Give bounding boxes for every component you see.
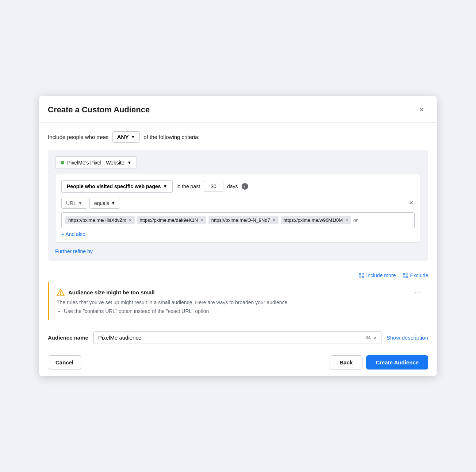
warning-title: Audience size might be too small (68, 289, 155, 295)
and-also-label: + And also (61, 231, 85, 237)
criteria-prefix: Include people who meet (48, 134, 109, 140)
modal-body: Include people who meet ANY ▼ of the fol… (39, 123, 437, 282)
any-label: ANY (117, 134, 129, 140)
and-also-button[interactable]: + And also (61, 228, 85, 239)
svg-rect-2 (359, 276, 361, 278)
name-clear-button[interactable]: × (372, 333, 378, 342)
days-input[interactable] (204, 181, 223, 192)
audience-warning: ! Audience size might be too small ··· T… (48, 282, 428, 320)
cancel-button[interactable]: Cancel (48, 355, 81, 370)
in-past-label: in the past (176, 183, 200, 189)
rule-top-row: People who visited specific web pages ▼ … (61, 180, 415, 193)
further-refine-button[interactable]: Further refine by (55, 247, 93, 256)
include-exclude-row: Include more Exclude (48, 267, 428, 282)
days-label: days (227, 183, 238, 189)
chevron-down-icon: ▼ (163, 184, 168, 189)
further-refine-label: Further refine by (55, 248, 93, 254)
exclude-button[interactable]: Exclude (402, 272, 428, 279)
url-tag-remove-icon[interactable]: × (129, 217, 132, 223)
criteria-row: Include people who meet ANY ▼ of the fol… (48, 131, 428, 143)
char-count: 34 (364, 335, 372, 340)
visit-type-label: People who visited specific web pages (67, 183, 161, 189)
include-more-button[interactable]: Include more (358, 272, 396, 279)
warning-more-button[interactable]: ··· (415, 288, 421, 297)
modal-footer: Cancel Back Create Audience (39, 350, 437, 376)
footer-right: Back Create Audience (330, 355, 428, 370)
create-custom-audience-modal: Create a Custom Audience × Include peopl… (39, 96, 437, 376)
remove-filter-button[interactable]: × (408, 198, 415, 208)
url-filter-row: URL ▼ equals ▼ × (61, 198, 415, 209)
warning-header: ! Audience size might be too small ··· (57, 288, 421, 297)
pixel-dropdown[interactable]: PixelMe's Pixel - Website ▼ (55, 156, 137, 169)
modal-title: Create a Custom Audience (48, 105, 150, 115)
url-tag: https://pxlme.me/HlsXdvZm × (65, 216, 135, 224)
pixel-label: PixelMe's Pixel - Website (67, 160, 124, 166)
modal-header: Create a Custom Audience × (39, 96, 437, 123)
create-audience-button[interactable]: Create Audience (366, 355, 428, 370)
close-icon: × (419, 105, 424, 115)
url-tag: https://pxlme.me/w96M1f0M × (281, 216, 351, 224)
include-icon (358, 272, 364, 279)
warning-bullet: Use the "contains URL" option instead of… (64, 308, 421, 314)
url-filter-type-label: URL (66, 200, 76, 206)
name-input-wrap: 34 × (93, 331, 381, 344)
url-tag-remove-icon[interactable]: × (345, 217, 348, 223)
equals-dropdown[interactable]: equals ▼ (89, 198, 120, 209)
audience-name-label: Audience name (48, 334, 88, 341)
exclude-label: Exclude (410, 272, 428, 278)
chevron-down-icon: ▼ (127, 160, 131, 165)
equals-label: equals (94, 200, 109, 206)
url-tag-value: https://pxlme.me/w96M1f0M (284, 217, 343, 223)
close-button[interactable]: × (415, 103, 428, 116)
source-section: PixelMe's Pixel - Website ▼ People who v… (48, 150, 428, 261)
back-button[interactable]: Back (330, 355, 362, 370)
url-tag-remove-icon[interactable]: × (200, 217, 203, 223)
url-filter-type-dropdown[interactable]: URL ▼ (61, 198, 87, 209)
url-tags-box[interactable]: https://pxlme.me/HlsXdvZm × https://pxlm… (61, 212, 415, 228)
chevron-down-icon: ▼ (78, 201, 82, 206)
chevron-down-icon: ▼ (111, 201, 115, 206)
visit-type-dropdown[interactable]: People who visited specific web pages ▼ (61, 180, 173, 193)
warning-description: The rules that you've set up might resul… (57, 299, 421, 305)
svg-rect-5 (406, 273, 408, 275)
or-label: or (353, 217, 358, 223)
url-tag: https://pxlme.me/dak9eK1N × (137, 216, 206, 224)
svg-rect-4 (403, 273, 405, 275)
url-tag-value: https://pxlme.me/dak9eK1N (140, 217, 198, 223)
url-tag-remove-icon[interactable]: × (273, 217, 276, 223)
warning-list: Use the "contains URL" option instead of… (57, 308, 421, 314)
svg-rect-3 (362, 276, 364, 278)
audience-name-input[interactable] (97, 332, 364, 344)
url-tag-value: https://pxlme.me/O-N_9Nd7 (211, 217, 270, 223)
exclude-icon (402, 272, 408, 279)
rule-box: People who visited specific web pages ▼ … (55, 174, 421, 243)
audience-name-row: Audience name 34 × Show description (39, 326, 437, 350)
svg-rect-7 (406, 276, 408, 278)
svg-rect-1 (362, 273, 364, 275)
any-dropdown[interactable]: ANY ▼ (112, 131, 140, 143)
show-description-button[interactable]: Show description (387, 334, 428, 341)
svg-rect-6 (403, 276, 405, 278)
url-tag: https://pxlme.me/O-N_9Nd7 × (208, 216, 279, 224)
pixel-status-dot (61, 161, 64, 165)
svg-text:!: ! (60, 291, 61, 296)
warning-icon: ! (57, 289, 65, 297)
url-tag-value: https://pxlme.me/HlsXdvZm (68, 217, 126, 223)
svg-rect-0 (359, 273, 361, 275)
chevron-down-icon: ▼ (131, 134, 135, 139)
info-icon[interactable]: i (242, 183, 248, 190)
include-more-label: Include more (366, 272, 396, 278)
criteria-suffix: of the following criteria: (143, 134, 199, 140)
